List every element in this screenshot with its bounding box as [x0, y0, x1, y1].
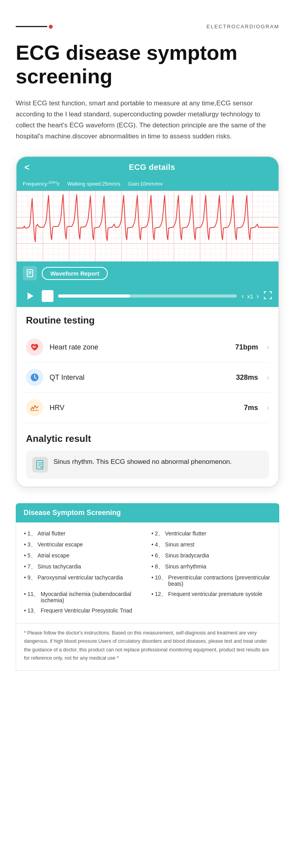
- top-bar: ELECTROCARDIOGRAM: [16, 24, 279, 29]
- disclaimer-text: * Please follow the doctor's instruction…: [24, 629, 271, 662]
- hrv-icon: [26, 399, 43, 416]
- routine-title: Routine testing: [26, 315, 269, 326]
- speed-label: x1: [247, 293, 253, 300]
- disease-list-box: • 1、 Atrial flutter • 2、 Ventricular flu…: [16, 522, 279, 623]
- disease-screening-section: Disease Symptom Screening • 1、 Atrial fl…: [16, 503, 279, 671]
- device-mockup: < ECG details Frequency:250Hz Walking sp…: [16, 156, 279, 487]
- waveform-report-button[interactable]: Waveform Report: [42, 267, 108, 280]
- progress-fill: [58, 294, 130, 298]
- page-description: Wrist ECG test function, smart and porta…: [16, 98, 279, 142]
- analytic-box: Sinus rhythm. This ECG showed no abnorma…: [26, 451, 269, 479]
- progress-bar[interactable]: [58, 294, 237, 298]
- disease-item: • 2、 Ventricular flutter: [151, 530, 271, 537]
- analytic-section: Analytic result Sinus rhythm. This ECG s…: [17, 427, 278, 487]
- disease-item: • 10、 Preventricular contractions (preve…: [151, 574, 271, 587]
- document-icon: [23, 266, 37, 280]
- dot-decoration: [49, 25, 53, 29]
- svg-marker-7: [28, 292, 33, 300]
- svg-rect-3: [27, 270, 33, 277]
- top-bar-line: [16, 25, 53, 29]
- routine-section: Routine testing Heart rate zone 71bpm ›: [17, 307, 278, 427]
- heart-rate-row[interactable]: Heart rate zone 71bpm ›: [26, 332, 269, 362]
- play-button[interactable]: [23, 289, 37, 303]
- disease-item: • 8、 Sinus arrhythmia: [151, 563, 271, 570]
- qt-interval-arrow: ›: [267, 373, 269, 382]
- qt-interval-label: QT Interval: [50, 373, 230, 382]
- ecg-header: < ECG details: [17, 157, 278, 178]
- analytic-title: Analytic result: [26, 433, 269, 444]
- playback-bar: ‹ x1 ›: [17, 285, 278, 307]
- ecg-info-bar: Frequency:250Hz Walking speed:25mm/s Gai…: [17, 178, 278, 191]
- hrv-arrow: ›: [267, 404, 269, 412]
- frequency-info: Frequency:250Hz: [23, 180, 59, 187]
- ecg-svg: [17, 191, 278, 261]
- qt-interval-value: 328ms: [236, 373, 258, 382]
- analytic-result-text: Sinus rhythm. This ECG showed no abnorma…: [53, 457, 232, 467]
- speed-control: ‹ x1 ›: [242, 292, 259, 300]
- disclaimer-box: * Please follow the doctor's instruction…: [16, 623, 279, 671]
- analytic-report-icon: [32, 457, 48, 473]
- stop-button[interactable]: [42, 290, 53, 302]
- heart-rate-label: Heart rate zone: [50, 343, 229, 351]
- speed-increase-button[interactable]: ›: [256, 292, 259, 300]
- disease-item: • 7、 Sinus tachycardia: [24, 563, 144, 570]
- ecg-waveform-container: Waveform Report ‹ x1 ›: [17, 191, 278, 307]
- disease-item: • 6、 Sinus bradycardia: [151, 552, 271, 559]
- disease-item: • 12、 Frequent ventricular premature sys…: [151, 591, 271, 603]
- back-button[interactable]: <: [24, 162, 30, 173]
- page-title: ECG disease symptom screening: [16, 41, 279, 88]
- disease-item: • 5、 Atrial escape: [24, 552, 144, 559]
- disease-item: • 9、 Paroxysmal ventricular tachycardia: [24, 574, 144, 587]
- disease-header-title: Disease Symptom Screening: [24, 509, 121, 517]
- waveform-report-row: Waveform Report: [17, 261, 278, 285]
- fullscreen-button[interactable]: [264, 291, 272, 302]
- hrv-label: HRV: [50, 404, 238, 412]
- qt-interval-icon: [26, 369, 43, 386]
- hrv-row[interactable]: HRV 7ms ›: [26, 393, 269, 423]
- walking-speed-info: Walking speed:25mm/s: [67, 181, 120, 187]
- disease-item: • 1、 Atrial flutter: [24, 530, 144, 537]
- hrv-value: 7ms: [244, 404, 258, 412]
- line-decoration: [16, 26, 47, 27]
- heart-rate-arrow: ›: [267, 343, 269, 351]
- disease-item: • 4、 Sinus arrest: [151, 541, 271, 548]
- disease-header: Disease Symptom Screening: [16, 503, 279, 522]
- disease-item: • 3、 Ventricular escape: [24, 541, 144, 548]
- ecg-title: ECG details: [33, 163, 271, 172]
- disease-grid: • 1、 Atrial flutter • 2、 Ventricular flu…: [24, 530, 271, 614]
- gain-info: Gain:10mm/mv: [128, 181, 163, 187]
- qt-interval-row[interactable]: QT Interval 328ms ›: [26, 362, 269, 393]
- disease-item: • 11、 Myocardial ischemia (subendocardia…: [24, 591, 144, 603]
- disease-item-full: • 13、 Frequent Ventricular Presystolic T…: [24, 607, 271, 614]
- speed-decrease-button[interactable]: ‹: [242, 292, 244, 300]
- heart-rate-value: 71bpm: [235, 343, 258, 351]
- ecg-grid: [17, 191, 278, 261]
- heart-rate-icon: [26, 338, 43, 356]
- section-label: ELECTROCARDIOGRAM: [206, 24, 279, 29]
